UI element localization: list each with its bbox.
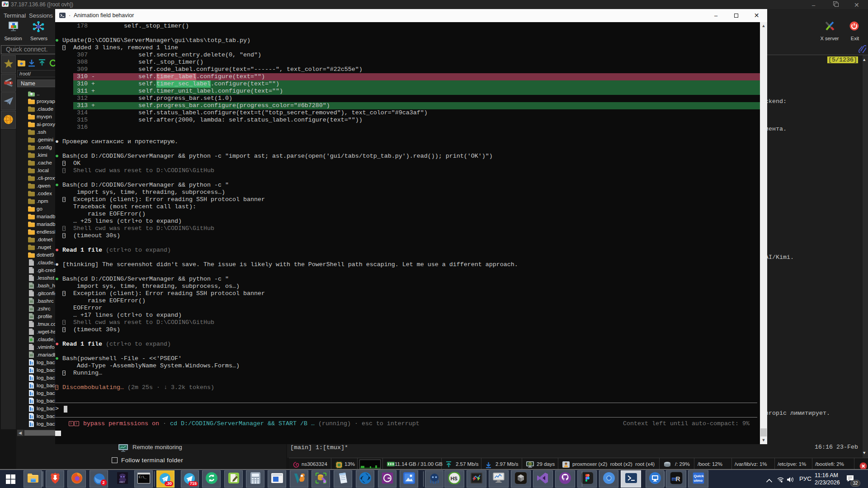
svg-text:FRKY: FRKY [119,481,125,483]
svg-text:R: R [675,475,680,483]
svg-text:C:\_: C:\_ [139,475,147,479]
svg-text:utmo: utmo [693,479,703,483]
svg-text:HS: HS [451,476,458,481]
svg-text:Quick: Quick [693,474,704,478]
